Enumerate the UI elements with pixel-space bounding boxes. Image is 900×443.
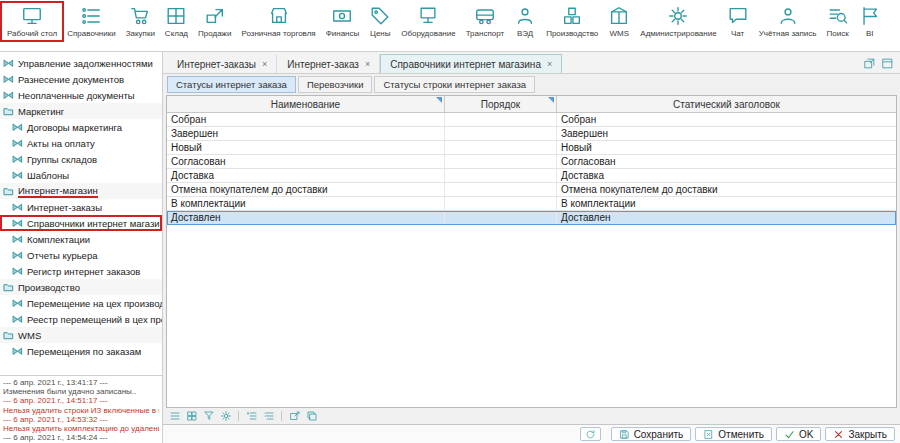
table-row[interactable]: В комплектации В комплектации <box>167 197 896 211</box>
sidebar-item[interactable]: Управление задолженностями <box>0 55 162 71</box>
detach-window-icon[interactable] <box>863 57 876 70</box>
sidebar-item[interactable]: Акты на оплату <box>0 135 162 151</box>
sidebar-item[interactable]: Разнесение документов <box>0 71 162 87</box>
sidebar-item-label: Перемещения по заказам <box>27 346 141 357</box>
toolbar-item-retail[interactable]: Розничная торговля <box>236 3 320 40</box>
leaf-icon <box>12 122 23 133</box>
column-header-label: Наименование <box>271 99 340 110</box>
tabbar-icons <box>861 54 896 73</box>
edit-button[interactable] <box>288 410 301 423</box>
tab-close-icon[interactable]: × <box>547 59 552 69</box>
account-icon <box>777 5 799 27</box>
close-button[interactable]: Закрыть <box>825 427 895 441</box>
toolbar-item-search[interactable]: Поиск <box>822 3 854 40</box>
sidebar-item-label: Отчеты курьера <box>27 250 97 261</box>
subtab[interactable]: Статусы интернет заказа <box>167 76 296 93</box>
table-row[interactable]: Отмена покупателем до доставки Отмена по… <box>167 183 896 197</box>
toolbar-item-label: Продажи <box>198 29 231 38</box>
toolbar-item-purchases[interactable]: Закупки <box>121 3 160 40</box>
tab[interactable]: Справочники интернет магазина × <box>380 54 562 73</box>
tab[interactable]: Интернет-заказ × <box>277 54 380 73</box>
toolbar-item-prices[interactable]: Цены <box>364 3 396 40</box>
sidebar-item[interactable]: Неоплаченные документы <box>0 87 162 103</box>
wms-icon <box>608 5 630 27</box>
tab-close-icon[interactable]: × <box>262 59 267 69</box>
tab-close-icon[interactable]: × <box>365 59 370 69</box>
toolbar-item-desktop[interactable]: Рабочий стол <box>2 3 62 40</box>
tab-bar: Интернет-заказы × Интернет-заказ × Справ… <box>163 52 900 74</box>
sidebar-item[interactable]: WMS <box>0 327 162 343</box>
toolbar-item-admin[interactable]: Администрирование <box>635 3 721 40</box>
toolbar-item-sales[interactable]: Продажи <box>193 3 236 40</box>
toolbar-item-transport[interactable]: Транспорт <box>461 3 509 40</box>
sidebar-item[interactable]: Справочники интернет магазина <box>0 215 162 231</box>
sidebar-item[interactable]: Регистр интернет заказов <box>0 263 162 279</box>
cell-static: Доставка <box>557 169 896 182</box>
folder-icon <box>3 186 14 197</box>
leaf-icon <box>12 346 23 357</box>
sidebar-item[interactable]: Реестр перемещений в цех производ <box>0 311 162 327</box>
toolbar-item-finance[interactable]: Финансы <box>321 3 365 40</box>
table-row[interactable]: Собран Собран <box>167 113 896 127</box>
sidebar-item[interactable]: Комплектации <box>0 231 162 247</box>
sidebar-item[interactable]: Маркетинг <box>0 103 162 119</box>
table-row[interactable]: Доставка Доставка <box>167 169 896 183</box>
toolbar-item-warehouse[interactable]: Склад <box>160 3 193 40</box>
sidebar-item[interactable]: Шаблоны <box>0 167 162 183</box>
save-button[interactable]: Сохранить <box>611 427 692 441</box>
view-list-icon <box>169 410 181 422</box>
refresh-button[interactable] <box>580 427 601 441</box>
table-row[interactable]: Согласован Согласован <box>167 155 896 169</box>
cell-name: Завершен <box>167 127 445 140</box>
table-row[interactable]: Доставлен Доставлен <box>167 211 896 225</box>
toolbar-item-ved[interactable]: ВЭД <box>509 3 541 40</box>
toolbar-item-production[interactable]: Производство <box>541 3 603 40</box>
subtab[interactable]: Перевозчики <box>298 76 373 93</box>
cancel-icon <box>703 429 714 440</box>
sidebar-item[interactable]: Интернет-магазин <box>0 183 162 199</box>
sidebar-item[interactable]: Перемещения по заказам <box>0 343 162 359</box>
sidebar-item[interactable]: Производство <box>0 279 162 295</box>
sidebar-item-label: Справочники интернет магазина <box>27 218 162 229</box>
toolbar-item-label: Склад <box>165 29 188 38</box>
sidebar-item[interactable]: Перемещение на цех производства <box>0 295 162 311</box>
tab[interactable]: Интернет-заказы × <box>167 54 277 73</box>
sidebar-item[interactable]: Отчеты курьера <box>0 247 162 263</box>
table-row[interactable]: Новый Новый <box>167 141 896 155</box>
toolbar-item-chat[interactable]: Чат <box>722 3 754 40</box>
toolbar-item-reference[interactable]: Справочники <box>62 3 120 40</box>
ok-button[interactable]: OK <box>776 427 821 441</box>
leaf-icon <box>12 154 23 165</box>
view-grid-button[interactable] <box>185 410 198 423</box>
column-header[interactable]: Наименование <box>167 96 445 112</box>
main-area: Интернет-заказы × Интернет-заказ × Справ… <box>163 52 900 443</box>
toolbar-item-wms[interactable]: WMS <box>603 3 635 40</box>
sidebar-item-label: Группы складов <box>27 154 97 165</box>
column-header[interactable]: Порядок <box>445 96 557 112</box>
settings-button[interactable] <box>219 410 232 423</box>
sidebar-item[interactable]: Интернет-заказы <box>0 199 162 215</box>
view-list-button[interactable] <box>168 410 181 423</box>
cell-order <box>445 183 557 196</box>
sidebar-item[interactable]: Договоры маркетинга <box>0 119 162 135</box>
toolbar-item-bi[interactable]: BI <box>854 3 886 40</box>
list-numbered-button[interactable] <box>245 410 258 423</box>
toolbar-item-label: WMS <box>610 29 630 38</box>
filter-button[interactable] <box>202 410 215 423</box>
copy-button[interactable] <box>305 410 318 423</box>
edit-icon <box>289 410 301 422</box>
subtab[interactable]: Статусы строки интернет заказа <box>374 76 535 93</box>
sidebar-item[interactable]: Группы складов <box>0 151 162 167</box>
cell-static: Собран <box>557 113 896 126</box>
sidebar-item-label: Интернет-заказы <box>27 202 102 213</box>
table-toolbar <box>163 408 900 424</box>
toolbar-item-label: Поиск <box>827 29 849 38</box>
column-header[interactable]: Статический заголовок <box>557 96 896 112</box>
cancel-button[interactable]: Отменить <box>695 427 772 441</box>
list-check-button[interactable] <box>262 410 275 423</box>
toolbar-item-equipment[interactable]: Оборудование <box>396 3 460 40</box>
message-log: --- 6 апр. 2021 г., 13:41:17 ---Изменени… <box>0 375 162 443</box>
table-row[interactable]: Завершен Завершен <box>167 127 896 141</box>
toolbar-item-account[interactable]: Учётная запись <box>754 3 822 40</box>
restore-window-icon[interactable] <box>881 57 894 70</box>
